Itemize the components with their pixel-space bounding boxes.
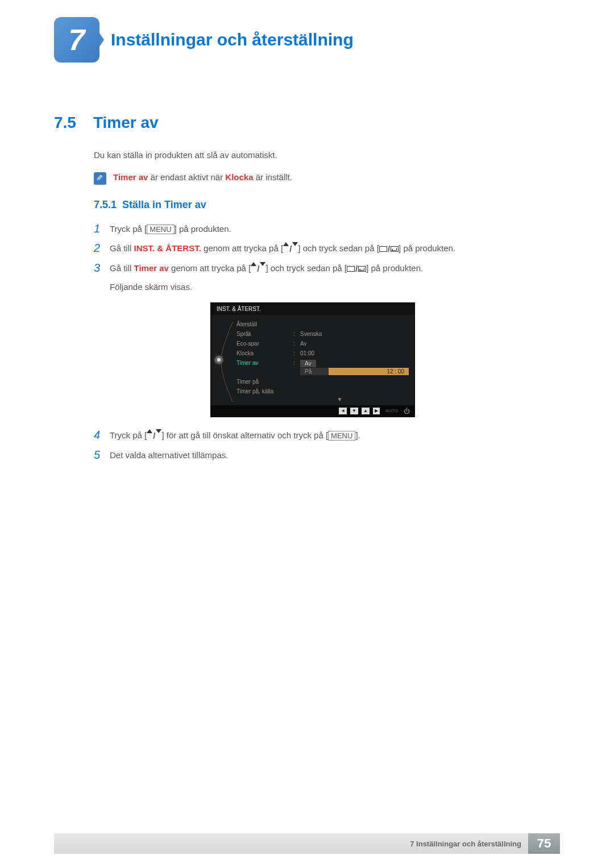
osd-row-active: Timer av: Av På 12 : 00 [237,358,409,377]
chapter-badge: 7 [54,17,99,63]
power-icon: ⏻ [404,408,410,414]
page-header: 7 Inställningar och återställning [0,0,614,63]
osd-row: Eco-spar:Av [237,339,409,348]
menu-button-label: MENU [147,225,174,235]
footer-breadcrumb: 7 Inställningar och återställning [410,840,521,848]
step-number: 3 [94,261,110,275]
steps-list-continued: 4 Tryck på [/] för att gå till önskat al… [94,429,560,462]
up-down-icon: / [283,242,298,256]
page-footer: 7 Inställningar och återställning 75 [54,833,560,854]
step-text: Gå till Timer av genom att trycka på [/]… [110,261,423,294]
note-text: Timer av är endast aktivt när Klocka är … [113,172,292,182]
osd-menu: Återställ Språk:Svenska Eco-spar:Av Kloc… [237,319,409,402]
steps-list: 1 Tryck på [MENU] på produkten. 2 Gå til… [94,222,560,294]
step-number: 1 [94,222,110,235]
step-text: Det valda alternativet tillämpas. [110,448,228,462]
osd-row: Timer på, källa [237,387,409,396]
section-number: 7.5 [54,114,76,132]
source-enter-icon: / [379,242,399,256]
note: Timer av är endast aktivt när Klocka är … [94,172,560,185]
osd-nav-play-icon: ▶ [373,408,380,414]
osd-screenshot: INST. & ÅTERST. Återställ Språk:Svenska … [210,302,415,417]
osd-nav-up-icon: ▲ [362,408,370,414]
osd-row: Timer på [237,377,409,387]
osd-body: Återställ Språk:Svenska Eco-spar:Av Kloc… [211,315,414,405]
subsection-number: 7.5.1 [94,199,117,210]
osd-row: Återställ [237,319,409,329]
step-3: 3 Gå till Timer av genom att trycka på [… [94,261,560,294]
subsection-title: Ställa in Timer av [122,199,206,210]
step-number: 2 [94,242,110,255]
section-intro: Du kan ställa in produkten att slå av au… [94,149,560,162]
chevron-down-icon: ▼ [237,396,409,402]
source-enter-icon: / [347,262,366,276]
osd-curve-decoration [217,319,237,402]
osd-dropdown-option: På 12 : 00 [300,368,409,375]
osd-row: Språk:Svenska [237,329,409,339]
chapter-title: Inställningar och återställning [111,30,354,49]
note-icon [94,172,106,185]
osd-nav-left-icon: ◄ [339,408,347,414]
step-5: 5 Det valda alternativet tillämpas. [94,448,560,462]
up-down-icon: / [147,429,161,443]
section-header: 7.5 Timer av [54,114,614,132]
gear-icon [214,355,224,365]
menu-button-label: MENU [328,431,355,441]
subsection-header: 7.5.1 Ställa in Timer av [94,199,614,211]
step-number: 4 [94,429,110,442]
step-text: Tryck på [/] för att gå till önskat alte… [110,429,360,443]
osd-footer: ◄ ▼ ▲ ▶ AUTO ⏻ [211,405,414,417]
step-text: Gå till INST. & ÅTERST. genom att trycka… [110,242,455,256]
osd-row: Klocka:01:00 [237,348,409,358]
step-text: Tryck på [MENU] på produkten. [110,222,231,236]
step-4: 4 Tryck på [/] för att gå till önskat al… [94,429,560,443]
osd-dropdown-selected: Av [300,360,316,367]
step-2: 2 Gå till INST. & ÅTERST. genom att tryc… [94,242,560,256]
section-title: Timer av [93,114,159,132]
step-1: 1 Tryck på [MENU] på produkten. [94,222,560,236]
chapter-number: 7 [69,23,85,57]
osd-title: INST. & ÅTERST. [211,303,414,315]
step-number: 5 [94,448,110,462]
page-number: 75 [528,833,560,854]
osd-nav-down-icon: ▼ [350,408,358,414]
osd-auto-label: AUTO [385,408,398,413]
up-down-icon: / [251,262,265,276]
